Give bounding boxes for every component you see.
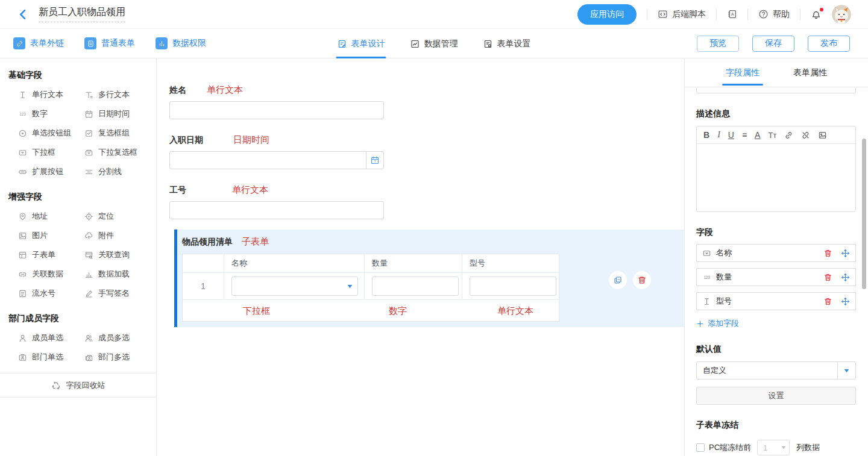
field-type-serial-number[interactable]: 流水号: [18, 289, 84, 298]
pc-freeze-checkbox[interactable]: [696, 443, 705, 452]
tab-form-design-label: 表单设计: [351, 39, 385, 49]
description-textarea[interactable]: [697, 144, 855, 211]
field-type-checkbox-group[interactable]: 复选框组: [84, 128, 151, 138]
field-type-related-data[interactable]: 关联数据: [18, 269, 84, 279]
field-type-number[interactable]: 123数字: [18, 109, 84, 119]
field-type-multi-select[interactable]: 下拉复选框: [84, 148, 151, 157]
user-avatar[interactable]: [832, 5, 851, 24]
field-type-dept-single[interactable]: 部门单选: [18, 352, 84, 362]
unlink-icon[interactable]: [801, 131, 810, 140]
add-field-button[interactable]: 添加字段: [696, 318, 856, 329]
contacts-button[interactable]: A: [727, 9, 737, 19]
freeze-count-select[interactable]: 1: [757, 440, 790, 455]
subfield-row-name[interactable]: 名称: [696, 244, 856, 262]
caret-down-icon: [843, 367, 850, 374]
font-size-button[interactable]: Tт: [768, 131, 776, 140]
tab-field-properties[interactable]: 字段属性: [726, 58, 760, 87]
tab-data-manage[interactable]: 数据管理: [410, 29, 458, 58]
field-type-extend-button[interactable]: 扩展按钮: [18, 167, 84, 176]
field-type-annotation: 日期时间: [233, 134, 269, 146]
delete-field-icon[interactable]: [823, 249, 832, 258]
bar-chart-icon: [156, 37, 168, 49]
font-color-button[interactable]: A: [755, 130, 760, 140]
field-type-member-multi[interactable]: 成员多选: [84, 333, 151, 343]
freeze-suffix-label: 列数据: [796, 442, 820, 453]
employee-id-input[interactable]: [169, 201, 384, 219]
underline-button[interactable]: U: [728, 130, 734, 140]
publish-button[interactable]: 发布: [808, 36, 850, 52]
tab-form-settings-label: 表单设置: [497, 39, 531, 49]
notifications-button[interactable]: [811, 9, 822, 20]
field-type-subform[interactable]: 子表单: [18, 250, 84, 260]
field-type-member-single[interactable]: 成员单选: [18, 333, 84, 343]
settings-button[interactable]: 设置: [696, 387, 856, 405]
field-type-attachment[interactable]: 附件: [84, 231, 151, 240]
link-icon[interactable]: [784, 131, 793, 140]
form-canvas[interactable]: 姓名 单行文本 入职日期 日期时间 7 工号 单行文本 物品领用清单: [157, 58, 684, 456]
subform-block-selected[interactable]: 物品领用清单 子表单 名称 数量 型号 1: [174, 230, 684, 327]
name-select-control[interactable]: [231, 276, 358, 296]
italic-button[interactable]: I: [717, 130, 720, 140]
field-type-locate[interactable]: 定位: [84, 211, 151, 221]
form-field-hire-date[interactable]: 入职日期 日期时间 7: [169, 134, 384, 169]
chevron-left-icon: [17, 8, 29, 20]
tab-form-properties[interactable]: 表单属性: [793, 58, 827, 87]
backend-script-button[interactable]: 后端脚本: [658, 9, 706, 20]
panel-scrollbar[interactable]: [862, 139, 866, 289]
subfield-row-qty[interactable]: 123 数量: [696, 268, 856, 286]
tab-form-design[interactable]: 表单设计: [338, 29, 385, 58]
app-access-button[interactable]: 应用访问: [577, 4, 637, 25]
field-type-image[interactable]: 图片: [18, 231, 84, 240]
qty-input[interactable]: [372, 276, 459, 296]
field-type-data-load[interactable]: 数据加载: [84, 269, 151, 279]
index-column-header: [183, 254, 224, 272]
clipped-input[interactable]: [696, 88, 856, 93]
subfield-row-model[interactable]: 型号: [696, 292, 856, 310]
save-button[interactable]: 保存: [752, 36, 794, 52]
move-field-icon[interactable]: [841, 249, 850, 258]
move-field-icon[interactable]: [841, 273, 850, 282]
field-type-single-line-text[interactable]: 单行文本: [18, 90, 84, 99]
move-field-icon[interactable]: [841, 297, 850, 306]
field-type-dept-multi[interactable]: 部门多选: [84, 352, 151, 362]
bold-button[interactable]: B: [703, 130, 709, 140]
quick-links: 表单外链 普通表单 数据权限: [13, 37, 206, 49]
form-external-link[interactable]: 表单外链: [13, 37, 64, 49]
model-input[interactable]: [470, 276, 556, 296]
copy-subform-button[interactable]: [609, 271, 627, 289]
sub-toolbar: 表单外链 普通表单 数据权限 表单设计 数据管理 表单设置 预览 保存 发布: [0, 29, 868, 58]
date-picker-button[interactable]: 7: [366, 152, 383, 169]
multi-line-text-icon: [84, 90, 93, 99]
name-input[interactable]: [169, 101, 384, 119]
field-type-divider[interactable]: 分割线: [84, 167, 151, 176]
field-type-signature[interactable]: 手写签名: [84, 289, 151, 298]
delete-subform-button[interactable]: [633, 271, 651, 289]
subform-table: 名称 数量 型号 1 下拉框 数字 单行文本: [182, 254, 559, 322]
help-label: 帮助: [773, 9, 790, 20]
divider-line-icon: [84, 167, 93, 176]
preview-button[interactable]: 预览: [697, 36, 739, 52]
field-label: 工号: [169, 185, 186, 196]
form-field-name[interactable]: 姓名 单行文本: [169, 84, 384, 119]
back-button[interactable]: [17, 8, 29, 20]
align-button[interactable]: ≡: [742, 130, 747, 140]
normal-form-link[interactable]: 普通表单: [84, 37, 135, 49]
field-type-radio-group[interactable]: 单选按钮组: [18, 128, 84, 138]
tab-form-settings[interactable]: 表单设置: [483, 29, 531, 58]
delete-field-icon[interactable]: [823, 273, 832, 282]
insert-image-icon[interactable]: [818, 131, 827, 140]
field-type-datetime[interactable]: 7日期时间: [84, 109, 151, 119]
field-type-address[interactable]: 地址: [18, 211, 84, 221]
field-type-select[interactable]: 下拉框: [18, 148, 84, 157]
svg-text:123: 123: [704, 275, 711, 279]
field-type-related-query[interactable]: 关联查询: [84, 250, 151, 260]
default-value-select[interactable]: 自定义: [696, 361, 856, 379]
hire-date-input[interactable]: [170, 152, 366, 169]
data-permission-link[interactable]: 数据权限: [156, 37, 206, 49]
field-recycle-bin[interactable]: 字段回收站: [0, 373, 156, 398]
field-type-multi-line-text[interactable]: 多行文本: [84, 90, 151, 99]
form-field-employee-id[interactable]: 工号 单行文本: [169, 184, 384, 219]
help-button[interactable]: 帮助: [758, 9, 790, 20]
column-header-qty: 数量: [365, 254, 462, 272]
delete-field-icon[interactable]: [823, 297, 832, 306]
